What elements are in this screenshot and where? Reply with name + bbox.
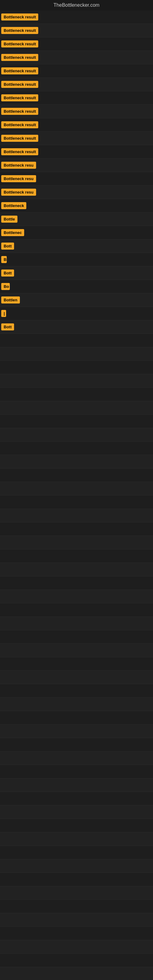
empty-row <box>0 927 153 940</box>
empty-row <box>0 751 153 765</box>
empty-row <box>0 415 153 428</box>
empty-row <box>0 657 153 671</box>
bottleneck-badge[interactable]: Bottleneck result <box>1 81 38 88</box>
empty-row <box>0 725 153 738</box>
empty-row <box>0 455 153 469</box>
empty-row <box>0 765 153 778</box>
bottleneck-badge[interactable]: Bottleneck resu <box>1 175 36 182</box>
empty-row <box>0 859 153 873</box>
empty-row <box>0 428 153 442</box>
empty-row <box>0 671 153 684</box>
empty-row <box>0 495 153 509</box>
list-item: Bottleneck result <box>0 51 153 64</box>
empty-row <box>0 442 153 455</box>
empty-row <box>0 361 153 374</box>
empty-row <box>0 698 153 711</box>
empty-row <box>0 576 153 590</box>
empty-row <box>0 482 153 495</box>
empty-row <box>0 684 153 698</box>
empty-row <box>0 805 153 819</box>
list-item: Bottleneck result <box>0 91 153 105</box>
bottleneck-badge[interactable]: Bottle <box>1 216 18 223</box>
empty-row <box>0 549 153 563</box>
list-item: Bottleneck result <box>0 64 153 78</box>
list-item: Bottleneck result <box>0 118 153 132</box>
list-item: Bott <box>0 266 153 280</box>
empty-row <box>0 832 153 846</box>
empty-row <box>0 630 153 644</box>
empty-row <box>0 469 153 482</box>
empty-row <box>0 603 153 617</box>
bottleneck-badge[interactable]: Bott <box>1 243 14 250</box>
empty-row <box>0 778 153 792</box>
list-item: Bottleneck result <box>0 105 153 118</box>
empty-row <box>0 509 153 522</box>
bottleneck-badge[interactable]: Bottleneck result <box>1 54 38 61</box>
empty-row <box>0 617 153 630</box>
bottleneck-badge[interactable]: | <box>1 310 6 317</box>
bottleneck-badge[interactable]: Bottleneck result <box>1 148 38 155</box>
bottleneck-badge[interactable]: Bottleneck resu <box>1 162 36 169</box>
list-item: Bottleneck result <box>0 10 153 24</box>
bottleneck-badge[interactable]: Bottleneck result <box>1 121 38 128</box>
empty-row <box>0 522 153 536</box>
list-item: Bottleneck <box>0 199 153 213</box>
list-item: Bottleneck result <box>0 37 153 51</box>
list-item: Bott <box>0 240 153 253</box>
empty-row <box>0 940 153 954</box>
empty-row <box>0 374 153 388</box>
bottleneck-badge[interactable]: Bottleneck resu <box>1 189 36 196</box>
list-item: Bottleneck result <box>0 132 153 145</box>
bottleneck-badge[interactable]: Bo <box>1 283 10 290</box>
empty-row <box>0 954 153 967</box>
empty-row <box>0 792 153 805</box>
bottleneck-badge[interactable]: Bott <box>1 269 14 277</box>
list-item: Bott <box>0 320 153 334</box>
bottleneck-badge[interactable]: Bott <box>1 323 14 331</box>
site-title: TheBottlenecker.com <box>0 0 153 10</box>
list-item: Bottleneck resu <box>0 172 153 186</box>
empty-row <box>0 401 153 415</box>
list-item: Bottleneck result <box>0 24 153 37</box>
list-item: Bottleneck result <box>0 145 153 159</box>
empty-row <box>0 388 153 401</box>
list-item: B <box>0 253 153 266</box>
bottleneck-badge[interactable]: Bottleneck result <box>1 27 38 34</box>
empty-row <box>0 900 153 913</box>
list-item: Bottleneck resu <box>0 159 153 172</box>
empty-row <box>0 913 153 927</box>
empty-row <box>0 711 153 725</box>
empty-row <box>0 347 153 361</box>
empty-row <box>0 738 153 751</box>
empty-row <box>0 563 153 576</box>
bottleneck-badge[interactable]: Bottleneck result <box>1 94 38 101</box>
empty-row <box>0 886 153 900</box>
bottleneck-badge[interactable]: Bottleneck result <box>1 40 38 48</box>
empty-row <box>0 819 153 832</box>
list-item: | <box>0 307 153 320</box>
bottleneck-badge[interactable]: Bottleneck result <box>1 108 38 115</box>
empty-row <box>0 590 153 603</box>
list-item: Bottleneck resu <box>0 186 153 199</box>
bottleneck-badge[interactable]: B <box>1 256 7 263</box>
list-item: Bottleneck result <box>0 78 153 91</box>
list-item: Bottlen <box>0 293 153 307</box>
empty-row <box>0 644 153 657</box>
list-item: Bottle <box>0 213 153 226</box>
empty-row <box>0 873 153 886</box>
bottleneck-badge[interactable]: Bottleneck result <box>1 135 38 142</box>
bottleneck-badge[interactable]: Bottleneck result <box>1 67 38 75</box>
empty-row <box>0 536 153 549</box>
empty-row <box>0 334 153 347</box>
empty-row <box>0 967 153 980</box>
empty-row <box>0 846 153 859</box>
bottleneck-badge[interactable]: Bottleneck <box>1 202 26 209</box>
bottleneck-badge[interactable]: Bottleneck result <box>1 13 38 21</box>
list-item: Bo <box>0 280 153 293</box>
bottleneck-badge[interactable]: Bottlenec <box>1 229 24 236</box>
list-item: Bottlenec <box>0 226 153 240</box>
bottleneck-badge[interactable]: Bottlen <box>1 296 20 304</box>
